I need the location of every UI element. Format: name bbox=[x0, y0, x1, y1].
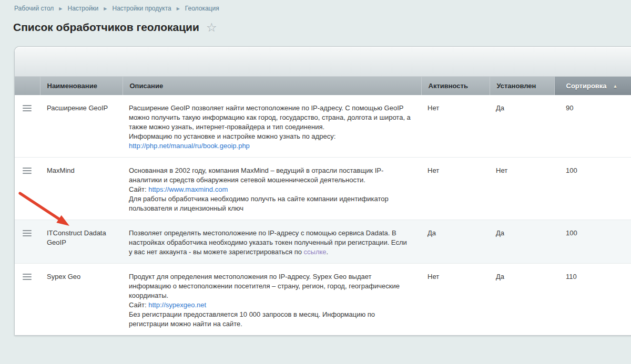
row-menu-icon[interactable] bbox=[23, 274, 32, 280]
row-menu-icon[interactable] bbox=[23, 105, 32, 111]
column-header-menu bbox=[15, 77, 40, 95]
breadcrumb-item[interactable]: Геолокация bbox=[185, 5, 219, 12]
description-text: Продукт для определения местоположения п… bbox=[129, 273, 400, 299]
handler-name: Sypex Geo bbox=[40, 264, 123, 336]
breadcrumb-item[interactable]: Настройки bbox=[67, 5, 98, 12]
description-link[interactable]: https://www.maxmind.com bbox=[148, 185, 228, 193]
table-row: Расширение GeoIPРасширение GeoIP позволя… bbox=[15, 95, 631, 158]
column-header-sort[interactable]: Сортировка▲ bbox=[554, 77, 631, 95]
handler-name: MaxMind bbox=[40, 158, 123, 220]
handlers-panel: Наименование Описание Активность Установ… bbox=[14, 46, 631, 336]
breadcrumb-separator-icon: ▶ bbox=[59, 6, 62, 11]
handler-installed: Да bbox=[490, 220, 554, 264]
description-text: Расширение GeoIP позволяет найти местопо… bbox=[129, 104, 411, 131]
table-header-row: Наименование Описание Активность Установ… bbox=[15, 77, 631, 95]
handler-description: Расширение GeoIP позволяет найти местопо… bbox=[123, 95, 421, 158]
breadcrumb-separator-icon: ▶ bbox=[104, 6, 107, 11]
handler-description: Основанная в 2002 году, компания MaxMind… bbox=[123, 158, 421, 220]
description-text: Сайт: bbox=[129, 301, 148, 309]
description-text: Позволяет определять местоположение по I… bbox=[129, 229, 407, 256]
handler-sort: 90 bbox=[554, 95, 631, 158]
column-header-sort-label: Сортировка bbox=[566, 82, 607, 90]
handlers-table-body: Расширение GeoIPРасширение GeoIP позволя… bbox=[15, 95, 631, 335]
handler-installed: Да bbox=[490, 264, 554, 336]
breadcrumb-item[interactable]: Настройки продукта bbox=[112, 5, 171, 12]
table-row: MaxMindОснованная в 2002 году, компания … bbox=[15, 158, 631, 220]
table-row: ITConstruct Dadata GeoIPПозволяет опреде… bbox=[15, 220, 631, 264]
description-text: Сайт: bbox=[129, 185, 148, 193]
handler-description: Продукт для определения местоположения п… bbox=[123, 264, 421, 336]
handler-active: Нет bbox=[421, 95, 490, 158]
description-text: Для работы обработчика необходимо получт… bbox=[129, 195, 389, 212]
breadcrumb-separator-icon: ▶ bbox=[177, 6, 180, 11]
panel-toolbar bbox=[15, 47, 631, 77]
description-text: Без регистрации предоставляется 10 000 з… bbox=[129, 310, 375, 328]
table-row: Sypex GeoПродукт для определения местопо… bbox=[15, 264, 631, 336]
handler-sort: 110 bbox=[554, 264, 631, 336]
handler-sort: 100 bbox=[554, 220, 631, 264]
handler-description: Позволяет определять местоположение по I… bbox=[123, 220, 421, 264]
handlers-table: Наименование Описание Активность Установ… bbox=[15, 77, 631, 335]
breadcrumb: Рабочий стол▶Настройки▶Настройки продукт… bbox=[0, 0, 631, 13]
handler-name: Расширение GeoIP bbox=[40, 95, 123, 158]
description-link[interactable]: http://php.net/manual/ru/book.geoip.php bbox=[129, 142, 250, 150]
page-title: Список обработчиков геолокации bbox=[13, 21, 199, 34]
row-menu-icon[interactable] bbox=[23, 230, 32, 236]
page: { "breadcrumb": { "items": ["Рабочий сто… bbox=[0, 0, 631, 364]
handler-active: Да bbox=[421, 220, 490, 264]
handler-active: Нет bbox=[421, 264, 490, 336]
handler-installed: Да bbox=[490, 95, 554, 158]
description-visited-link[interactable]: ссылке bbox=[304, 248, 327, 256]
column-header-name[interactable]: Наименование bbox=[40, 77, 123, 95]
favorite-star-icon[interactable]: ☆ bbox=[206, 22, 217, 34]
description-text: Информацию по установке и настройке можн… bbox=[129, 132, 335, 140]
column-header-installed[interactable]: Установлен bbox=[490, 77, 554, 95]
handler-active: Нет bbox=[421, 158, 490, 220]
description-link[interactable]: http://sypexgeo.net bbox=[148, 301, 206, 309]
column-header-description[interactable]: Описание bbox=[123, 77, 421, 95]
description-text: Основанная в 2002 году, компания MaxMind… bbox=[129, 167, 383, 184]
row-menu-icon[interactable] bbox=[23, 168, 32, 174]
title-row: Список обработчиков геолокации ☆ bbox=[13, 19, 631, 35]
handler-name: ITConstruct Dadata GeoIP bbox=[40, 220, 123, 264]
handler-sort: 100 bbox=[554, 158, 631, 220]
sort-ascending-icon: ▲ bbox=[613, 84, 618, 89]
breadcrumb-item[interactable]: Рабочий стол bbox=[14, 5, 54, 12]
handler-installed: Нет bbox=[490, 158, 554, 220]
description-text: . bbox=[327, 248, 329, 256]
column-header-active[interactable]: Активность bbox=[421, 77, 490, 95]
